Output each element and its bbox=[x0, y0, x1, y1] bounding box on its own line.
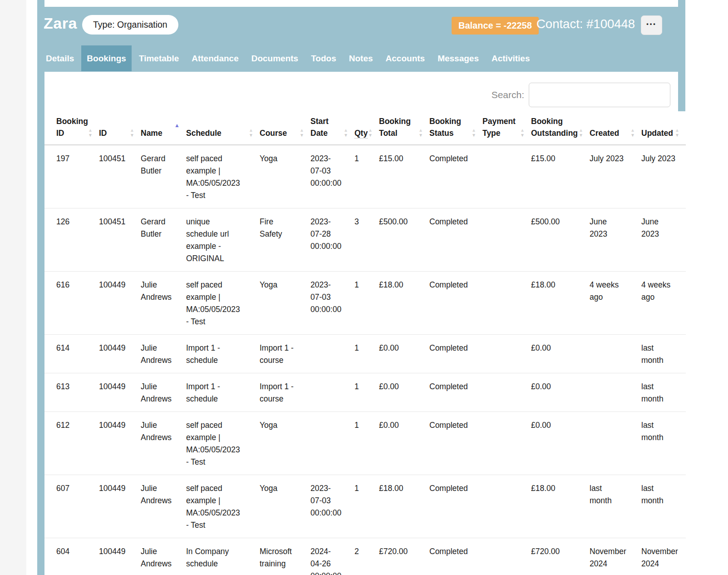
sort-both-icon: ▲▼ bbox=[418, 128, 423, 137]
cell-id: 100449 bbox=[99, 412, 141, 475]
cell-booking-outstanding: £15.00 bbox=[531, 145, 590, 208]
column-header-payment-type[interactable]: Payment Type▲▼ bbox=[482, 114, 531, 145]
cell-updated: July 2023 bbox=[641, 145, 686, 208]
cell-booking-id: 607 bbox=[44, 475, 99, 538]
tab-messages[interactable]: Messages bbox=[432, 45, 484, 71]
cell-payment-type bbox=[482, 335, 531, 373]
cell-booking-id: 612 bbox=[44, 412, 99, 475]
column-header-id[interactable]: ID▲▼ bbox=[99, 114, 141, 145]
sort-both-icon: ▲▼ bbox=[130, 128, 134, 137]
column-label: Booking Total bbox=[379, 117, 411, 138]
tab-todos[interactable]: Todos bbox=[305, 45, 342, 71]
cell-payment-type bbox=[482, 412, 531, 475]
cell-booking-id: 616 bbox=[44, 272, 99, 335]
table-row: 612100449Julie Andrewsself paced example… bbox=[44, 412, 686, 475]
tab-attendance[interactable]: Attendance bbox=[186, 45, 244, 71]
tab-accounts[interactable]: Accounts bbox=[380, 45, 431, 71]
cell-qty: 1 bbox=[354, 145, 379, 208]
cell-id: 100451 bbox=[99, 145, 141, 208]
cell-id: 100449 bbox=[99, 335, 141, 373]
cell-booking-total: £0.00 bbox=[379, 412, 429, 475]
cell-booking-outstanding: £18.00 bbox=[531, 272, 590, 335]
cell-booking-id: 604 bbox=[44, 538, 99, 575]
cell-booking-id: 197 bbox=[44, 145, 99, 208]
column-header-created[interactable]: Created▲▼ bbox=[590, 114, 641, 145]
cell-start-date: 2023- 07-03 00:00:00 bbox=[310, 475, 354, 538]
bookings-table: Booking ID▲▼ID▲▼Name▲Schedule▲▼Course▲▼S… bbox=[44, 114, 686, 575]
cell-schedule: self paced example | MA:05/05/2023 - Tes… bbox=[186, 272, 260, 335]
cell-booking-outstanding: £0.00 bbox=[531, 412, 590, 475]
sort-both-icon: ▲▼ bbox=[249, 128, 253, 137]
cell-booking-id: 614 bbox=[44, 335, 99, 373]
column-label: Qty bbox=[354, 129, 368, 139]
cell-schedule: self paced example | MA:05/05/2023 - Tes… bbox=[186, 475, 260, 538]
search-input[interactable] bbox=[529, 83, 670, 107]
column-header-qty[interactable]: Qty▲▼ bbox=[354, 114, 379, 145]
bookings-panel: Search: Booking ID▲▼ID▲▼Name▲Schedule▲▼C… bbox=[44, 72, 687, 575]
balance-badge: Balance = -22258 bbox=[452, 17, 539, 35]
cell-qty: 2 bbox=[354, 538, 379, 575]
cell-payment-type bbox=[482, 475, 531, 538]
column-label: Created bbox=[590, 129, 619, 138]
column-header-booking-status[interactable]: Booking Status▲▼ bbox=[429, 114, 482, 145]
tab-details[interactable]: Details bbox=[40, 45, 79, 71]
cell-course: Yoga bbox=[260, 475, 310, 538]
more-options-button[interactable]: ••• bbox=[641, 15, 662, 35]
column-header-name[interactable]: Name▲ bbox=[141, 114, 186, 145]
cell-updated: last month bbox=[641, 412, 686, 475]
cell-booking-total: £720.00 bbox=[379, 538, 429, 575]
cell-booking-status: Completed bbox=[429, 145, 482, 208]
cell-id: 100451 bbox=[99, 208, 141, 272]
column-label: Booking Status bbox=[429, 117, 461, 138]
cell-created: July 2023 bbox=[590, 145, 641, 208]
column-header-course[interactable]: Course▲▼ bbox=[260, 114, 310, 145]
tab-notes[interactable]: Notes bbox=[344, 45, 379, 71]
column-header-booking-total[interactable]: Booking Total▲▼ bbox=[379, 114, 429, 145]
cell-qty: 1 bbox=[354, 335, 379, 373]
cell-payment-type bbox=[482, 272, 531, 335]
cell-qty: 1 bbox=[354, 475, 379, 538]
cell-updated: November 2024 bbox=[641, 538, 686, 575]
column-header-schedule[interactable]: Schedule▲▼ bbox=[186, 114, 260, 145]
left-margin-strip bbox=[0, 0, 26, 575]
cell-booking-id: 613 bbox=[44, 373, 99, 412]
column-header-start-date[interactable]: Start Date▲▼ bbox=[310, 114, 354, 145]
column-label: Booking Outstanding bbox=[531, 117, 578, 138]
cell-start-date bbox=[310, 373, 354, 412]
cell-id: 100449 bbox=[99, 272, 141, 335]
tab-timetable[interactable]: Timetable bbox=[133, 45, 184, 71]
cell-name: Gerard Butler bbox=[141, 208, 186, 272]
column-header-booking-id[interactable]: Booking ID▲▼ bbox=[44, 114, 99, 145]
column-label: Name bbox=[141, 129, 162, 138]
cell-schedule: In Company schedule bbox=[186, 538, 260, 575]
tab-activities[interactable]: Activities bbox=[486, 45, 535, 71]
sort-both-icon: ▲▼ bbox=[300, 128, 304, 137]
cell-booking-outstanding: £500.00 bbox=[531, 208, 590, 272]
column-header-updated[interactable]: Updated▲▼ bbox=[641, 114, 686, 145]
cell-booking-status: Completed bbox=[429, 373, 482, 412]
table-body: 197100451Gerard Butlerself paced example… bbox=[44, 145, 686, 575]
cell-created: 4 weeks ago bbox=[590, 272, 641, 335]
page-title: Zara bbox=[44, 15, 77, 32]
table-row: 616100449Julie Andrewsself paced example… bbox=[44, 272, 686, 335]
cell-course: Yoga bbox=[260, 272, 310, 335]
cell-course: Yoga bbox=[260, 145, 310, 208]
sort-both-icon: ▲▼ bbox=[520, 128, 525, 137]
column-label: Course bbox=[260, 129, 287, 138]
cell-qty: 1 bbox=[354, 412, 379, 475]
table-row: 197100451Gerard Butlerself paced example… bbox=[44, 145, 686, 208]
sort-asc-icon: ▲ bbox=[174, 123, 180, 128]
column-header-booking-outstanding[interactable]: Booking Outstanding▲▼ bbox=[531, 114, 590, 145]
cell-updated: last month bbox=[641, 373, 686, 412]
cell-name: Julie Andrews bbox=[141, 538, 186, 575]
tab-bookings[interactable]: Bookings bbox=[81, 45, 132, 71]
cell-name: Julie Andrews bbox=[141, 272, 186, 335]
tab-documents[interactable]: Documents bbox=[246, 45, 304, 71]
ellipsis-icon: ••• bbox=[641, 20, 662, 27]
search-row: Search: bbox=[492, 83, 670, 107]
cell-qty: 1 bbox=[354, 373, 379, 412]
cell-booking-status: Completed bbox=[429, 538, 482, 575]
header-row: Booking ID▲▼ID▲▼Name▲Schedule▲▼Course▲▼S… bbox=[44, 114, 686, 145]
cell-booking-outstanding: £720.00 bbox=[531, 538, 590, 575]
cell-course: Yoga bbox=[260, 412, 310, 475]
